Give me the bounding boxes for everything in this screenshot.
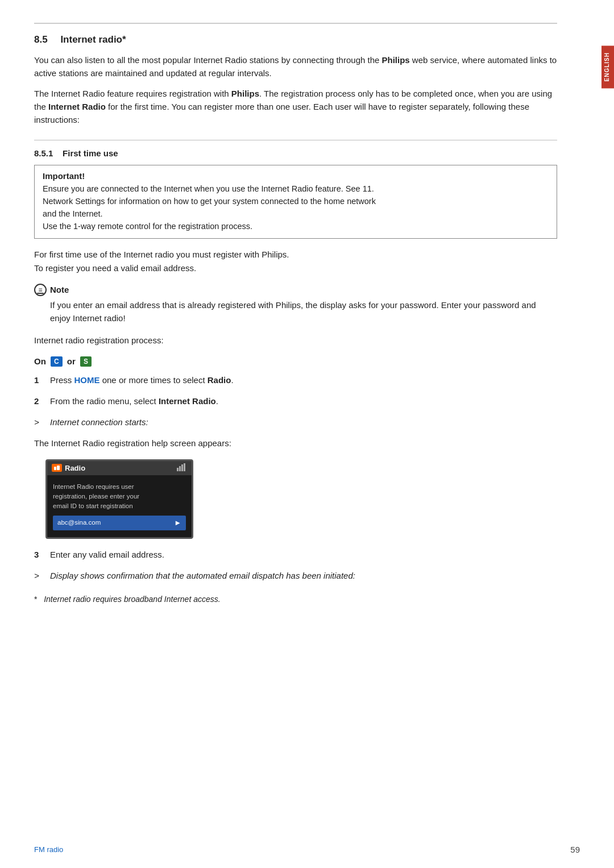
- screen-arrow-icon: ►: [174, 517, 181, 529]
- screen-body-line3: email ID to start registration: [53, 501, 186, 511]
- page-number: 59: [570, 845, 580, 854]
- bottom-left-label: FM radio: [34, 845, 63, 854]
- section-body-2: The Internet Radio feature requires regi…: [34, 87, 557, 127]
- body-after-important: For first time use of the Internet radio…: [34, 248, 557, 275]
- step-arrow-symbol: >: [34, 416, 50, 429]
- important-label: Important!: [43, 171, 549, 181]
- radio-icon: [52, 464, 62, 472]
- note-text: If you enter an email address that is al…: [50, 298, 557, 325]
- step-3-arrow-text: Display shows confirmation that the auto…: [50, 569, 557, 582]
- top-rule: [34, 23, 557, 24]
- sub-section-heading: First time use: [63, 148, 118, 158]
- screen-title: Radio: [65, 464, 85, 472]
- bottom-bar: FM radio 59: [0, 845, 614, 854]
- device-badge-c: C: [51, 356, 63, 367]
- screen-input-row: abc@sina.com ►: [53, 516, 186, 530]
- screen-body: Internet Radio requires user registratio…: [47, 475, 192, 537]
- step-2-text: From the radio menu, select Internet Rad…: [50, 394, 557, 408]
- sub-section-title: 8.5.1 First time use: [34, 148, 557, 158]
- section-number: 8.5: [34, 34, 48, 45]
- step-1-num: 1: [34, 373, 50, 387]
- steps-list-2: 3 Enter any valid email address. > Displ…: [34, 548, 557, 583]
- footnote: * Internet radio requires broadband Inte…: [34, 593, 557, 605]
- process-label: Internet radio registration process:: [34, 334, 557, 347]
- step-2: 2 From the radio menu, select Internet R…: [34, 394, 557, 408]
- screen-label: The Internet Radio registration help scr…: [34, 437, 557, 450]
- home-label: HOME: [74, 375, 100, 385]
- screen-body-line2: registration, please enter your: [53, 492, 186, 501]
- important-box: Important! Ensure you are connected to t…: [34, 165, 557, 239]
- note-icon: ≡ Note: [34, 284, 69, 296]
- device-badge-s: S: [80, 356, 92, 367]
- important-text: Ensure you are connected to the Internet…: [43, 183, 549, 232]
- screen-header-left: Radio: [52, 464, 85, 472]
- section-body-1: You can also listen to all the most popu…: [34, 53, 557, 80]
- steps-list: 1 Press HOME one or more times to select…: [34, 373, 557, 429]
- on-connector: or: [67, 356, 76, 366]
- step-1-text: Press HOME one or more times to select R…: [50, 373, 557, 387]
- step-2-arrow: > Internet connection starts:: [34, 416, 557, 429]
- sidebar-tab: ENGLISH: [601, 45, 614, 88]
- note-label: Note: [50, 285, 69, 294]
- footnote-text: Internet radio requires broadband Intern…: [44, 595, 221, 604]
- svg-rect-1: [57, 466, 60, 470]
- note-circle-icon: ≡: [34, 284, 47, 296]
- note-section: ≡ Note If you enter an email address tha…: [34, 284, 557, 325]
- svg-rect-2: [177, 468, 179, 471]
- step-3-text: Enter any valid email address.: [50, 548, 557, 561]
- svg-rect-0: [54, 467, 56, 470]
- step-3-arrow-symbol: >: [34, 569, 50, 582]
- signal-icon: [177, 463, 187, 473]
- device-screen: Radio Internet Radio requires user regis…: [45, 459, 193, 539]
- screen-input-text: abc@sina.com: [57, 518, 101, 528]
- screen-body-line1: Internet Radio requires user: [53, 482, 186, 492]
- step-3: 3 Enter any valid email address.: [34, 548, 557, 561]
- svg-rect-5: [184, 463, 185, 471]
- step-2-arrow-text: Internet connection starts:: [50, 416, 557, 429]
- svg-rect-4: [181, 464, 183, 471]
- svg-rect-3: [179, 466, 181, 471]
- screen-header: Radio: [47, 461, 192, 475]
- sub-section-number: 8.5.1: [34, 148, 53, 158]
- section-title: 8.5 Internet radio*: [34, 34, 557, 45]
- step-1: 1 Press HOME one or more times to select…: [34, 373, 557, 387]
- footnote-marker: *: [34, 595, 37, 604]
- on-line: On C or S: [34, 356, 557, 367]
- step-3-num: 3: [34, 548, 50, 561]
- step-3-arrow: > Display shows confirmation that the au…: [34, 569, 557, 582]
- on-prefix: On: [34, 356, 46, 366]
- step-2-num: 2: [34, 394, 50, 408]
- screen-image-container: Radio Internet Radio requires user regis…: [34, 459, 557, 539]
- section-heading: Internet radio*: [60, 34, 126, 45]
- sub-rule: [34, 140, 557, 140]
